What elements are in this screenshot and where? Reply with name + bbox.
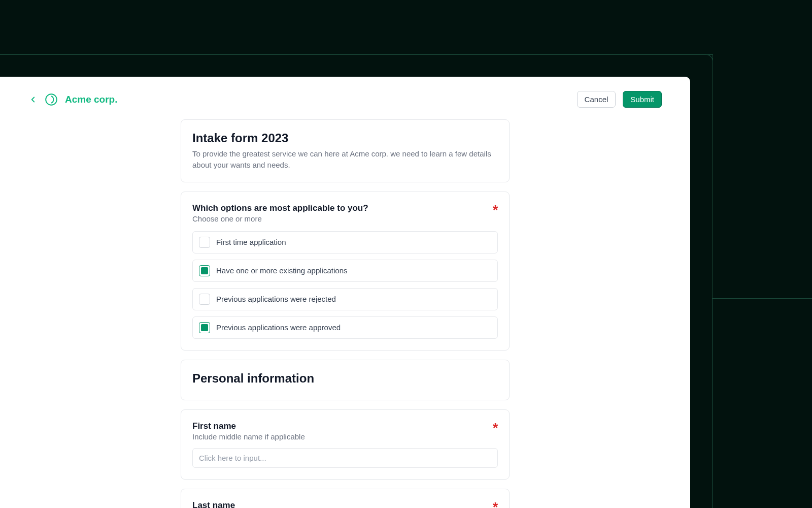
form-center: Intake form 2023 To provide the greatest… <box>181 119 510 508</box>
first-name-input[interactable] <box>192 448 498 468</box>
option-label: Previous applications were rejected <box>216 295 336 303</box>
checkbox-option[interactable]: Previous applications were approved <box>192 316 498 339</box>
required-icon: * <box>493 203 498 216</box>
chevron-left-icon[interactable] <box>28 95 38 104</box>
decorative-line <box>713 298 812 299</box>
company-name: Acme corp. <box>65 94 117 105</box>
last-name-card: Last name * <box>181 489 510 509</box>
required-icon: * <box>493 500 498 509</box>
section-title: Personal information <box>192 371 498 386</box>
section-card: Personal information <box>181 360 510 400</box>
header-actions: Cancel Submit <box>577 91 662 108</box>
checkbox-icon <box>199 237 210 248</box>
checkbox-option[interactable]: Previous applications were rejected <box>192 288 498 310</box>
option-label: Have one or more existing applications <box>216 266 347 275</box>
checkbox-checked-icon <box>199 265 210 276</box>
cancel-button[interactable]: Cancel <box>577 91 616 108</box>
header-left: Acme corp. <box>28 93 117 106</box>
app-panel: Acme corp. Cancel Submit Intake form 202… <box>0 77 690 508</box>
field-subtitle: Include middle name if applicable <box>192 432 305 441</box>
option-label: First time application <box>216 238 286 246</box>
app-header: Acme corp. Cancel Submit <box>0 77 690 108</box>
decorative-corner <box>706 54 713 61</box>
decorative-line <box>0 54 713 55</box>
options-card: Which options are most applicable to you… <box>181 192 510 351</box>
option-label: Previous applications were approved <box>216 323 341 332</box>
field-label: First name <box>192 421 305 431</box>
required-icon: * <box>493 421 498 434</box>
field-label: Last name <box>192 500 235 509</box>
first-name-card: First name Include middle name if applic… <box>181 409 510 480</box>
checkbox-checked-icon <box>199 322 210 333</box>
question-title: Which options are most applicable to you… <box>192 203 368 213</box>
form-title: Intake form 2023 <box>192 131 498 145</box>
svg-point-0 <box>46 94 57 105</box>
form-scroll-area[interactable]: Intake form 2023 To provide the greatest… <box>0 119 690 508</box>
company-logo-icon <box>45 93 58 106</box>
checkbox-icon <box>199 294 210 305</box>
question-subtitle: Choose one or more <box>192 214 368 223</box>
intro-card: Intake form 2023 To provide the greatest… <box>181 119 510 182</box>
decorative-line <box>712 298 713 508</box>
form-subtitle: To provide the greatest service we can h… <box>192 148 498 171</box>
checkbox-option[interactable]: Have one or more existing applications <box>192 260 498 282</box>
decorative-line <box>713 54 713 298</box>
checkbox-option[interactable]: First time application <box>192 231 498 253</box>
submit-button[interactable]: Submit <box>623 91 662 108</box>
